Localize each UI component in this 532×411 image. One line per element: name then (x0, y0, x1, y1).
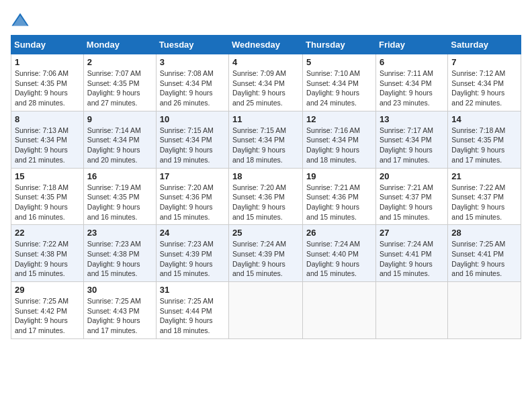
day-number: 27 (380, 228, 444, 238)
day-info: Sunrise: 7:09 AM Sunset: 4:34 PM Dayligh… (232, 68, 299, 108)
day-info: Sunrise: 7:15 AM Sunset: 4:34 PM Dayligh… (160, 126, 225, 165)
calendar-cell: 19Sunrise: 7:21 AM Sunset: 4:36 PM Dayli… (303, 168, 376, 225)
header-row: SundayMondayTuesdayWednesdayThursdayFrid… (11, 36, 521, 54)
calendar-cell: 18Sunrise: 7:20 AM Sunset: 4:36 PM Dayli… (229, 168, 303, 225)
header-day-saturday: Saturday (448, 36, 521, 54)
day-number: 4 (232, 57, 299, 67)
day-number: 6 (380, 57, 444, 67)
day-info: Sunrise: 7:25 AM Sunset: 4:43 PM Dayligh… (87, 296, 152, 336)
calendar-cell: 27Sunrise: 7:24 AM Sunset: 4:41 PM Dayli… (375, 225, 447, 282)
logo-icon (11, 11, 30, 30)
day-info: Sunrise: 7:16 AM Sunset: 4:34 PM Dayligh… (306, 126, 372, 165)
day-info: Sunrise: 7:12 AM Sunset: 4:34 PM Dayligh… (451, 68, 517, 108)
calendar-header: SundayMondayTuesdayWednesdayThursdayFrid… (11, 36, 521, 54)
calendar: SundayMondayTuesdayWednesdayThursdayFrid… (11, 35, 521, 339)
week-row-5: 29Sunrise: 7:25 AM Sunset: 4:42 PM Dayli… (11, 282, 521, 339)
day-info: Sunrise: 7:07 AM Sunset: 4:35 PM Dayligh… (87, 68, 152, 108)
day-info: Sunrise: 7:24 AM Sunset: 4:41 PM Dayligh… (380, 239, 444, 279)
calendar-cell: 17Sunrise: 7:20 AM Sunset: 4:36 PM Dayli… (156, 168, 228, 225)
week-row-4: 22Sunrise: 7:22 AM Sunset: 4:38 PM Dayli… (11, 225, 521, 282)
day-info: Sunrise: 7:20 AM Sunset: 4:36 PM Dayligh… (232, 183, 299, 222)
day-info: Sunrise: 7:21 AM Sunset: 4:37 PM Dayligh… (380, 183, 444, 222)
day-number: 25 (232, 228, 299, 238)
calendar-cell: 1Sunrise: 7:06 AM Sunset: 4:35 PM Daylig… (11, 54, 84, 111)
day-info: Sunrise: 7:25 AM Sunset: 4:44 PM Dayligh… (160, 296, 225, 336)
day-info: Sunrise: 7:25 AM Sunset: 4:41 PM Dayligh… (451, 239, 517, 279)
day-number: 15 (15, 171, 80, 181)
day-info: Sunrise: 7:24 AM Sunset: 4:40 PM Dayligh… (306, 239, 372, 279)
calendar-cell: 3Sunrise: 7:08 AM Sunset: 4:34 PM Daylig… (156, 54, 228, 111)
day-number: 22 (15, 228, 80, 238)
day-number: 9 (87, 114, 152, 124)
day-number: 17 (160, 171, 225, 181)
day-info: Sunrise: 7:15 AM Sunset: 4:34 PM Dayligh… (232, 126, 299, 165)
day-number: 2 (87, 57, 152, 67)
day-number: 14 (451, 114, 517, 124)
day-number: 26 (306, 228, 372, 238)
day-info: Sunrise: 7:22 AM Sunset: 4:37 PM Dayligh… (451, 183, 517, 222)
calendar-cell: 26Sunrise: 7:24 AM Sunset: 4:40 PM Dayli… (303, 225, 376, 282)
calendar-cell: 8Sunrise: 7:13 AM Sunset: 4:34 PM Daylig… (11, 111, 84, 168)
header-day-monday: Monday (83, 36, 156, 54)
day-number: 24 (160, 228, 225, 238)
calendar-cell: 16Sunrise: 7:19 AM Sunset: 4:35 PM Dayli… (83, 168, 156, 225)
day-info: Sunrise: 7:23 AM Sunset: 4:39 PM Dayligh… (160, 239, 225, 279)
calendar-cell: 13Sunrise: 7:17 AM Sunset: 4:34 PM Dayli… (375, 111, 447, 168)
calendar-cell: 29Sunrise: 7:25 AM Sunset: 4:42 PM Dayli… (11, 282, 84, 339)
calendar-cell (448, 282, 521, 339)
day-info: Sunrise: 7:23 AM Sunset: 4:38 PM Dayligh… (87, 239, 152, 279)
header-day-thursday: Thursday (303, 36, 376, 54)
calendar-cell: 11Sunrise: 7:15 AM Sunset: 4:34 PM Dayli… (229, 111, 303, 168)
day-number: 31 (160, 285, 225, 295)
calendar-cell: 14Sunrise: 7:18 AM Sunset: 4:35 PM Dayli… (448, 111, 521, 168)
calendar-cell: 23Sunrise: 7:23 AM Sunset: 4:38 PM Dayli… (83, 225, 156, 282)
day-number: 3 (160, 57, 225, 67)
logo (11, 11, 32, 30)
calendar-cell (303, 282, 376, 339)
calendar-cell: 22Sunrise: 7:22 AM Sunset: 4:38 PM Dayli… (11, 225, 84, 282)
day-number: 18 (232, 171, 299, 181)
calendar-cell: 31Sunrise: 7:25 AM Sunset: 4:44 PM Dayli… (156, 282, 228, 339)
day-number: 5 (306, 57, 372, 67)
calendar-cell: 25Sunrise: 7:24 AM Sunset: 4:39 PM Dayli… (229, 225, 303, 282)
calendar-cell (229, 282, 303, 339)
day-info: Sunrise: 7:11 AM Sunset: 4:34 PM Dayligh… (380, 68, 444, 108)
day-info: Sunrise: 7:06 AM Sunset: 4:35 PM Dayligh… (15, 68, 80, 108)
calendar-cell: 7Sunrise: 7:12 AM Sunset: 4:34 PM Daylig… (448, 54, 521, 111)
week-row-1: 1Sunrise: 7:06 AM Sunset: 4:35 PM Daylig… (11, 54, 521, 111)
header-day-friday: Friday (375, 36, 447, 54)
day-number: 11 (232, 114, 299, 124)
calendar-cell: 21Sunrise: 7:22 AM Sunset: 4:37 PM Dayli… (448, 168, 521, 225)
calendar-cell: 15Sunrise: 7:18 AM Sunset: 4:35 PM Dayli… (11, 168, 84, 225)
day-number: 7 (451, 57, 517, 67)
day-number: 16 (87, 171, 152, 181)
day-info: Sunrise: 7:20 AM Sunset: 4:36 PM Dayligh… (160, 183, 225, 222)
calendar-cell: 28Sunrise: 7:25 AM Sunset: 4:41 PM Dayli… (448, 225, 521, 282)
day-number: 21 (451, 171, 517, 181)
header-day-sunday: Sunday (11, 36, 84, 54)
day-number: 1 (15, 57, 80, 67)
day-info: Sunrise: 7:17 AM Sunset: 4:34 PM Dayligh… (380, 126, 444, 165)
calendar-cell (375, 282, 447, 339)
day-number: 13 (380, 114, 444, 124)
calendar-cell: 24Sunrise: 7:23 AM Sunset: 4:39 PM Dayli… (156, 225, 228, 282)
day-number: 12 (306, 114, 372, 124)
day-number: 30 (87, 285, 152, 295)
header-day-wednesday: Wednesday (229, 36, 303, 54)
day-info: Sunrise: 7:19 AM Sunset: 4:35 PM Dayligh… (87, 183, 152, 222)
day-info: Sunrise: 7:21 AM Sunset: 4:36 PM Dayligh… (306, 183, 372, 222)
calendar-cell: 12Sunrise: 7:16 AM Sunset: 4:34 PM Dayli… (303, 111, 376, 168)
day-number: 19 (306, 171, 372, 181)
week-row-3: 15Sunrise: 7:18 AM Sunset: 4:35 PM Dayli… (11, 168, 521, 225)
calendar-body: 1Sunrise: 7:06 AM Sunset: 4:35 PM Daylig… (11, 54, 521, 339)
header (11, 11, 521, 30)
day-info: Sunrise: 7:18 AM Sunset: 4:35 PM Dayligh… (15, 183, 80, 222)
week-row-2: 8Sunrise: 7:13 AM Sunset: 4:34 PM Daylig… (11, 111, 521, 168)
calendar-cell: 6Sunrise: 7:11 AM Sunset: 4:34 PM Daylig… (375, 54, 447, 111)
calendar-cell: 9Sunrise: 7:14 AM Sunset: 4:34 PM Daylig… (83, 111, 156, 168)
calendar-cell: 5Sunrise: 7:10 AM Sunset: 4:34 PM Daylig… (303, 54, 376, 111)
day-info: Sunrise: 7:24 AM Sunset: 4:39 PM Dayligh… (232, 239, 299, 279)
day-number: 20 (380, 171, 444, 181)
calendar-cell: 2Sunrise: 7:07 AM Sunset: 4:35 PM Daylig… (83, 54, 156, 111)
header-day-tuesday: Tuesday (156, 36, 228, 54)
